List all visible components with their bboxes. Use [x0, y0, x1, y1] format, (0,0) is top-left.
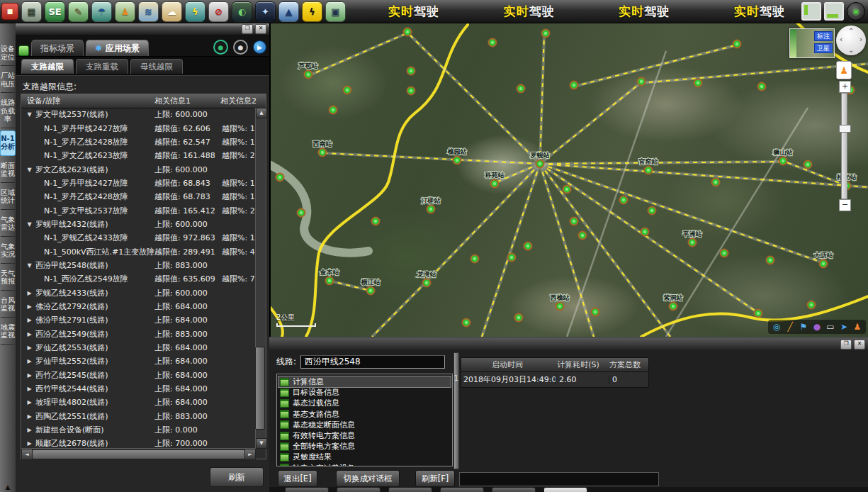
footer-tab[interactable] — [285, 487, 329, 492]
calc-info-list[interactable]: 计算信息目标设备信息基态过载信息基态支路信息基态稳定断面信息有效转电方案信息全部… — [276, 374, 453, 466]
table-row[interactable]: ▶N-1_罗丹乙线2428故障越限值: 62.547越限%: 10.4 — [21, 135, 256, 149]
pan-up-icon[interactable]: ⌃ — [848, 27, 854, 35]
map-pan-control[interactable]: ⌃ ⌄ ‹ › — [836, 26, 866, 55]
scroll-left-icon[interactable]: ◄ — [21, 449, 33, 460]
pan-left-icon[interactable]: ‹ — [840, 35, 842, 43]
scroll-right-icon[interactable]: ► — [244, 449, 256, 460]
table-row[interactable]: ▶罗蚬乙线2433(线路)上限: 600.000 — [21, 286, 256, 299]
zoom-track[interactable] — [841, 93, 847, 199]
table-row[interactable]: ▶西陶乙线2551(线路)上限: 883.000 — [21, 410, 256, 423]
table-row[interactable]: ▶N-1_罗蚬乙线2433故障越限值: 972.863越限%: 162 — [21, 231, 256, 245]
table-row[interactable]: ▶N-1_罗丹乙线2428故障越限值: 68.783越限%: 11.4 — [21, 190, 256, 203]
zoom-handle[interactable] — [839, 125, 851, 133]
table-row[interactable]: ▶N-1_500kV西江站.#1主变故障越限值: 289.491越限%: 48.… — [21, 245, 256, 258]
refresh-button[interactable]: 刷新[F] — [415, 470, 455, 487]
refresh-button[interactable]: 刷新 — [210, 467, 264, 487]
scroll-thumb-h[interactable] — [32, 449, 245, 459]
expanded-icon[interactable]: ▼ — [26, 167, 33, 173]
signpost-icon[interactable]: ▭ — [825, 321, 836, 332]
collapsed-icon[interactable]: ▶ — [26, 427, 33, 433]
table-row[interactable]: ▶西竹乙线2545(线路)上限: 684.000 — [21, 369, 256, 382]
satellite-map[interactable]: 芦苞站西南站樵园站罗蚬站科苑站汀槎站官窑站狮山站松岗站平洲站大沥站金本站横江站龙… — [269, 23, 868, 337]
result-row[interactable]: 2018年09月03日14:49:09 2.60 0 — [461, 372, 649, 388]
line-input[interactable] — [300, 355, 445, 369]
collapsed-icon[interactable]: ▶ — [26, 290, 33, 296]
overview-minimap[interactable]: 标注 卫星 — [789, 28, 835, 58]
table-row[interactable]: ▶西汾乙线2549(线路)上限: 883.000 — [21, 328, 256, 341]
panel-splitter[interactable] — [453, 352, 459, 469]
gauge-icon[interactable]: ▦ — [21, 1, 42, 22]
flag-icon[interactable]: ⚑ — [798, 321, 809, 332]
collapsed-icon[interactable]: ▶ — [26, 399, 33, 406]
pin-icon[interactable]: ● — [811, 321, 823, 332]
subtab-branch-overlimit[interactable]: 支路越限 — [21, 59, 74, 74]
table-row[interactable]: ▶N-1_罗文乙线2623故障越限值: 161.488越限%: 26.9 — [21, 149, 256, 162]
collapsed-icon[interactable]: ▶ — [26, 413, 33, 420]
calc-list-item[interactable]: 目标设备信息 — [278, 387, 451, 398]
table-row[interactable]: ▼罗文甲线2537(线路)上限: 600.000 — [21, 108, 256, 121]
col-info1[interactable]: 相关信息1 — [154, 96, 220, 106]
subtab-bus-overlimit[interactable]: 母线越限 — [130, 59, 183, 74]
navigate-icon[interactable]: ➤ — [838, 321, 850, 332]
sidebar-item-1[interactable]: 设备 定位 — [1, 41, 15, 66]
sidebar-item-6[interactable]: 区域 统计 — [1, 185, 15, 210]
switch-dialog-button[interactable]: 切换成对话框 — [336, 470, 400, 487]
float-window-icon[interactable]: ❐ — [242, 24, 253, 34]
col-start-time[interactable]: 启动时间 — [461, 359, 553, 370]
tab-application-scene[interactable]: ✱ 应用场景 — [86, 40, 149, 56]
table-row[interactable]: ▶N-1_罗丹甲线2427故障越限值: 68.843越限%: 11.4 — [21, 177, 256, 190]
table-row[interactable]: ▶N-1_罗文甲线2537故障越限值: 165.412越限%: 27.5 — [21, 203, 256, 217]
operator-icon[interactable]: ▣ — [325, 1, 346, 22]
table-row[interactable]: ▶顺鄘乙线2678(线路)上限: 700.000 — [21, 437, 256, 449]
calc-list-item[interactable]: 计算信息 — [278, 376, 451, 387]
horizontal-scrollbar[interactable]: ◄ ► — [21, 448, 256, 459]
table-row[interactable]: ▶新建组合设备(断面)上限: 0.000 — [21, 423, 256, 437]
footer-tab[interactable] — [388, 487, 432, 492]
expanded-icon[interactable]: ▼ — [26, 111, 33, 118]
se-icon[interactable]: SE — [45, 1, 65, 22]
sidebar-collapse-icon[interactable]: ▲ — [6, 483, 11, 492]
zoom-in-button[interactable]: + — [839, 81, 851, 93]
footer-tab[interactable] — [440, 487, 484, 492]
sidebar-item-5[interactable]: 断面 监视 — [1, 158, 15, 183]
table-row[interactable]: ▶N-1_西汾乙线2549故障越限值: 635.609越限%: 71.9 — [21, 272, 256, 286]
collapsed-icon[interactable]: ▶ — [26, 303, 33, 310]
record-toggle-icon[interactable]: ● — [213, 40, 228, 55]
zoom-out-button[interactable]: − — [839, 199, 851, 211]
stop-button[interactable]: ■ — [1, 3, 18, 20]
subtab-branch-overload[interactable]: 支路重载 — [76, 59, 128, 74]
sidebar-item-4[interactable]: N-1 分析 — [0, 130, 16, 156]
footer-tab[interactable] — [337, 487, 381, 492]
table-row[interactable]: ▼罗文乙线2623(线路)上限: 600.000 — [21, 162, 256, 176]
table-row[interactable]: ▼西汾甲线2548(线路)上限: 883.000 — [21, 259, 256, 272]
exit-button[interactable]: 退出[E] — [278, 470, 317, 487]
collapsed-icon[interactable]: ▶ — [26, 358, 33, 364]
col-calc-time[interactable]: 计算耗时(S) — [553, 359, 603, 370]
table-row[interactable]: ▶罗仙甲线2552(线路)上限: 684.000 — [21, 354, 256, 368]
table-row[interactable]: ▶N-1_罗丹甲线2427故障越限值: 62.606越限%: 10.4 — [21, 121, 256, 135]
target-toggle-icon[interactable]: ● — [233, 40, 248, 55]
sidebar-item-9[interactable]: 天气 预报 — [1, 266, 15, 291]
power-warning-icon[interactable]: ϟ — [302, 1, 322, 22]
mountain-chart-icon[interactable]: ▲ — [278, 1, 299, 22]
calc-list-item[interactable]: 基态稳定断面信息 — [278, 420, 451, 430]
rain-cloud-icon[interactable]: ☂ — [91, 1, 112, 22]
pan-right-icon[interactable]: › — [859, 35, 862, 43]
expanded-icon[interactable]: ▼ — [26, 262, 33, 269]
lightning-icon[interactable]: ϟ — [185, 1, 205, 22]
edit-icon[interactable]: ✎ — [68, 1, 89, 22]
collapsed-icon[interactable]: ▶ — [26, 331, 33, 337]
eye-icon[interactable]: ◉ — [847, 2, 865, 21]
close-icon[interactable]: ✕ — [854, 340, 865, 350]
vertical-scrollbar[interactable]: ▲ ▼ — [255, 108, 266, 449]
collapsed-icon[interactable]: ▶ — [26, 386, 33, 392]
layout-left-icon[interactable] — [801, 2, 821, 21]
close-icon[interactable]: ✕ — [255, 24, 266, 34]
layers-error-icon[interactable]: ⊘ — [208, 1, 229, 22]
col-info2[interactable]: 相关信息2 — [220, 96, 266, 106]
ruler-icon[interactable]: ╱ — [784, 321, 796, 332]
calc-list-item[interactable]: 基态支路信息 — [278, 409, 451, 420]
table-row[interactable]: ▶佛汾乙线2792(线路)上限: 684.000 — [21, 300, 256, 313]
expanded-icon[interactable]: ▼ — [26, 221, 33, 228]
sidebar-item-8[interactable]: 气象 实况 — [1, 239, 15, 264]
